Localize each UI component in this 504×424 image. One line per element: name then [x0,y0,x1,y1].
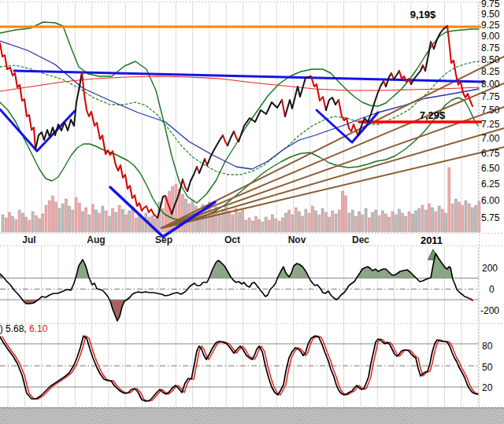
volume-bar [461,205,464,232]
bottom-scrollbar-area[interactable] [0,407,504,424]
price-segment-up [285,76,311,116]
volume-bar [85,208,87,232]
volume-bar [121,209,124,232]
volume-bar [438,206,440,232]
volume-bar [381,211,384,232]
volume-bar [5,218,7,232]
volume-bar [328,217,331,232]
volume-bar [82,212,84,232]
volume-bar [324,212,327,232]
volume-bar [268,220,270,232]
volume-bar [428,204,430,232]
price-axis-label: 7.00 [481,134,499,143]
volume-bar [78,203,80,232]
volume-bar [471,208,473,232]
year-label: 2011 [421,235,443,245]
volume-bar [65,199,67,232]
volume-bar [441,209,443,232]
volume-bar [254,216,257,232]
chart-svg [0,0,504,424]
volume-bar [61,204,64,232]
oscillator-positive-fill [357,267,417,278]
volume-bar [475,205,477,232]
price-axis-label: 7.50 [481,105,499,115]
oscillator-axis-label: 200 [482,264,498,273]
volume-bar [305,209,307,232]
price-segment-up [434,26,447,49]
volume-bar [69,206,71,232]
volume-bar [102,206,104,232]
bollinger-lower-band [0,98,478,220]
month-label: Aug [87,235,105,245]
volume-bar [454,199,457,232]
price-axis-label: 7.75 [481,92,499,101]
volume-bar [285,213,287,232]
volume-bar [218,213,220,232]
stochastic-label-red-value: 6.10 [29,323,47,334]
volume-bar [378,216,380,232]
volume-bar [115,212,117,232]
volume-bar [458,202,461,232]
stochastic-k-line [0,336,478,401]
volume-bar [415,211,417,232]
volume-bar [135,218,137,232]
volume-bar [348,213,350,232]
volume-bar [98,213,101,232]
volume-bar [281,218,284,232]
volume-bar [451,204,454,232]
volume-bar [228,211,231,232]
price-axis-label: 8.75 [481,43,499,53]
volume-bar [238,212,240,232]
price-axis-label: 9.00 [481,31,499,41]
volume-bar [478,201,480,232]
volume-bar [58,208,61,232]
volume-bar [335,214,337,232]
volume-bar [112,208,114,232]
volume-bar [45,205,47,232]
volume-bar [315,211,317,232]
volume-bar [275,219,277,232]
price-axis-label: 7.25 [481,120,499,129]
price-axis-label: 6.25 [481,179,499,189]
volume-bar [142,219,144,232]
volume-bar [398,209,400,232]
v-shape-nov [317,110,378,142]
price-segment-up [228,131,234,146]
volume-bar [42,214,44,232]
volume-bar [15,219,17,232]
volume-bar [25,217,28,232]
volume-bar [108,216,110,232]
volume-bar [368,218,370,232]
volume-bar [21,213,24,232]
volume-bar [388,217,391,232]
volume-bar [125,215,128,232]
volume-bar [408,212,410,232]
volume-bar [138,215,140,232]
volume-bar [118,205,120,232]
volume-bar [321,208,324,232]
volume-bar [372,212,374,232]
price-segment-down [311,76,326,110]
oscillator-line [0,253,472,321]
volume-bar [242,210,244,232]
volume-bar [411,214,413,232]
price-axis-label: 6.00 [481,196,499,205]
volume-bar [308,213,310,232]
volume-bar [418,208,421,232]
volume-bar [12,216,14,232]
volume-bar [391,212,394,232]
volume-bar [341,191,343,232]
volume-bar [288,210,291,232]
volume-bar [75,197,77,232]
volume-bar [48,201,50,232]
price-segment-up [187,167,197,191]
volume-bar [295,208,297,232]
price-annotation-support: 7,29$ [420,109,446,121]
volume-bar [94,210,97,232]
price-segment-down [223,135,228,146]
volume-bar [55,202,57,232]
volume-bar [72,210,74,232]
price-segment-down [234,131,239,142]
volume-bar [32,212,34,232]
volume-bar [18,210,20,232]
